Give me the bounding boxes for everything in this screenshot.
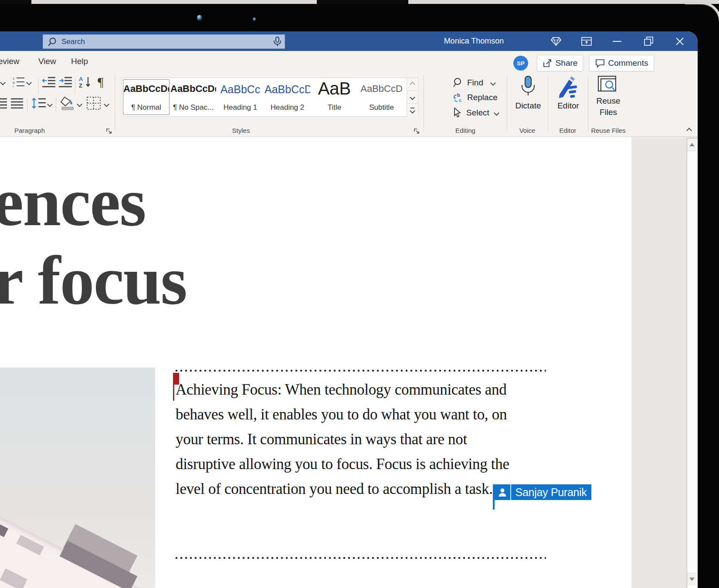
document-canvas[interactable]: ences r focus <box>0 137 698 588</box>
shading-icon[interactable] <box>60 96 76 110</box>
body-line[interactable]: behaves well, it enables you to do what … <box>176 402 550 427</box>
scrollbar-up-button[interactable] <box>687 139 697 151</box>
style-label: Title <box>312 103 357 112</box>
reuse-files-button[interactable]: Reuse Files <box>590 75 627 118</box>
chevron-down-icon[interactable] <box>1 81 5 84</box>
separator <box>424 75 424 131</box>
style-label: ¶ Normal <box>123 103 169 112</box>
tab-view[interactable]: View <box>38 51 56 72</box>
pilcrow-icon[interactable]: ¶ <box>98 74 104 89</box>
search-box[interactable] <box>43 34 285 49</box>
style-preview: AaB <box>312 79 357 98</box>
chevron-down-icon[interactable] <box>494 110 499 116</box>
scrollbar-down-button[interactable] <box>687 573 697 585</box>
dialog-launcher-icon[interactable] <box>413 128 420 135</box>
document-heading[interactable]: ences r focus <box>0 163 187 320</box>
share-label: Share <box>556 58 578 68</box>
editor-group-label: Editor <box>546 127 590 134</box>
webcam-icon <box>197 15 202 21</box>
dotted-divider-bottom <box>176 557 546 559</box>
editor-button[interactable]: Editor <box>551 75 586 111</box>
select-button[interactable]: Select <box>453 107 499 118</box>
editing-group-label: Editing <box>444 127 487 134</box>
style-title[interactable]: AaB Title <box>311 79 358 115</box>
style-subtitle[interactable]: AaBbCcD Subtitle <box>358 79 405 115</box>
style-preview: AaBbCcDd <box>123 83 169 95</box>
svg-text:a: a <box>13 81 15 84</box>
style-preview: AaBbCcDd <box>170 83 216 95</box>
gallery-scroll-down[interactable] <box>407 91 417 104</box>
style-label: Heading 1 <box>217 103 263 112</box>
separator <box>507 75 507 131</box>
chevron-down-icon <box>410 95 415 100</box>
dictation-mic-icon[interactable] <box>270 37 285 47</box>
separator <box>588 75 588 131</box>
line-spacing-icon[interactable] <box>31 97 46 109</box>
body-line[interactable]: level of concentration you need to accom… <box>176 476 550 501</box>
body-line[interactable]: Achieving Focus: When technology communi… <box>176 377 550 402</box>
account-name[interactable]: Monica Thomson <box>416 31 532 51</box>
styles-group-label: Styles <box>219 127 263 134</box>
lid-notch <box>317 0 408 4</box>
align-right-icon[interactable] <box>0 98 8 108</box>
heading-line-2: r focus <box>0 241 187 320</box>
tab-review[interactable]: eview <box>0 51 20 72</box>
scrollbar-up-icon <box>689 143 695 146</box>
increase-indent-icon[interactable] <box>58 76 72 88</box>
style-preview: AaBbCcD <box>265 83 310 96</box>
tab-help[interactable]: Help <box>71 51 88 72</box>
chevron-down-icon[interactable] <box>105 102 109 106</box>
document-photo[interactable] <box>0 368 155 588</box>
svg-text:Z: Z <box>79 82 82 88</box>
share-button[interactable]: Share <box>537 55 583 71</box>
chevron-down-icon[interactable] <box>78 102 81 106</box>
style-label: Heading 2 <box>265 103 310 112</box>
gallery-more-button[interactable] <box>407 103 417 117</box>
style-label: Subtitle <box>359 103 404 112</box>
laptop-lid-edge <box>0 0 719 4</box>
ribbon: 1 a i <box>0 72 698 137</box>
presence-badge[interactable]: SP <box>513 56 528 71</box>
remote-cursor-red-flag <box>173 373 179 385</box>
style-heading-2[interactable]: AaBbCcD Heading 2 <box>264 79 311 115</box>
chevron-up-icon <box>410 81 415 87</box>
dialog-launcher-icon[interactable] <box>105 128 112 135</box>
collapse-ribbon-icon[interactable] <box>683 126 695 134</box>
dictate-label: Dictate <box>511 101 546 111</box>
style-preview: AaBbCcD <box>359 83 404 95</box>
separator <box>548 75 548 131</box>
chevron-down-icon[interactable] <box>48 102 52 106</box>
minimize-icon[interactable] <box>608 31 626 51</box>
restore-window-icon[interactable] <box>640 31 658 51</box>
justify-icon[interactable] <box>10 98 24 108</box>
close-icon[interactable] <box>671 31 688 51</box>
body-line[interactable]: disruptive allowing you to focus. Focus … <box>176 452 550 476</box>
borders-icon[interactable] <box>86 96 102 110</box>
style-normal[interactable]: AaBbCcDd ¶ Normal <box>123 79 170 115</box>
chevron-down-icon[interactable] <box>490 80 496 86</box>
style-heading-1[interactable]: AaBbCc Heading 1 <box>217 79 264 115</box>
style-no-spacing[interactable]: AaBbCcDd ¶ No Spac... <box>170 79 217 115</box>
dictate-button[interactable]: Dictate <box>511 75 546 111</box>
search-input[interactable] <box>61 37 270 47</box>
comments-button[interactable]: Comments <box>589 55 654 71</box>
chevron-down-icon[interactable] <box>27 81 31 84</box>
remote-cursor-blue: Sanjay Puranik <box>493 486 495 495</box>
gallery-scroll-up[interactable] <box>407 78 417 91</box>
separator <box>56 98 56 113</box>
decrease-indent-icon[interactable] <box>42 76 56 88</box>
comments-icon <box>595 59 605 68</box>
lid-notch <box>0 0 31 4</box>
body-line[interactable]: your terms. It communicates in ways that… <box>176 427 550 452</box>
replace-button[interactable]: b c Replace <box>453 92 498 103</box>
body-paragraph[interactable]: Achieving Focus: When technology communi… <box>176 377 550 501</box>
heading-line-1: ences <box>0 163 187 241</box>
sort-icon[interactable]: A Z <box>78 75 92 88</box>
numbered-list-icon[interactable]: 1 a i <box>12 76 25 88</box>
titlebar: Monica Thomson <box>0 31 698 51</box>
screen: Monica Thomson <box>0 31 698 588</box>
rewards-diamond-icon[interactable] <box>547 31 565 51</box>
vertical-scrollbar[interactable] <box>687 138 698 588</box>
find-button[interactable]: Find <box>453 77 495 88</box>
ribbon-display-options-icon[interactable] <box>578 31 595 51</box>
